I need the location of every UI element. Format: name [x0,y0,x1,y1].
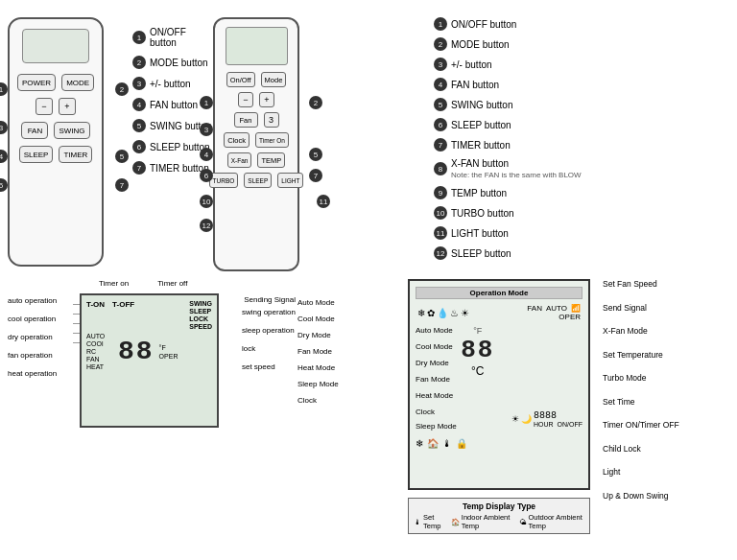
label-1-indicator: 1 [0,82,8,96]
thermometer-icon: 🌡 [442,438,452,449]
alarm-icon: 🌙 [521,414,532,424]
fan-mode: FAN [86,356,115,362]
cool-mode-label: Cool Mode [416,342,453,351]
remote2-timeron-button[interactable]: Timer On [255,132,289,148]
house-icon: 🏠 [427,438,439,449]
remote2-turbo-button[interactable]: TURBO [209,173,239,188]
circle-6: 6 [0,178,8,192]
indoor-temp-label: 🏠 Indoor Ambient Temp [451,513,513,530]
remote1-timer-button[interactable]: TIMER [59,146,92,163]
dry-op-label: dry operation [8,333,57,341]
r2-label-2-text: MODE button [451,39,510,50]
clock-icons: ☀ 🌙 8888 HOUR ON/OFF [511,408,582,431]
r2-label-9-text: TEMP button [451,188,507,198]
remote1-minus-button[interactable]: − [36,98,53,115]
bottom-left: Timer on Timer off Sending Signal T-ON T… [8,271,297,552]
remote1-row-fan-swing: FAN SWING [21,122,89,139]
r2-circle-7-ind: 7 [309,169,322,182]
main-container: 1 3 4 6 2 5 [0,0,737,560]
ton-toff-row: T-ON T-OFF SWING SLEEP LOCK SPEED [86,300,212,330]
left-op-labels: auto operation cool operation dry operat… [8,296,57,378]
r2-label-8: 8 X-FAN button Note: the FAN is the same… [434,158,729,179]
auto-mode-label: Auto Mode [416,326,453,335]
remote1-power-button[interactable]: POWER [17,74,56,91]
remote1-circle-1: 1 [132,31,146,44]
remote2-fan-button[interactable]: Fan [234,112,258,128]
line-dry [73,323,80,324]
remote1-swing-button[interactable]: SWING [54,122,89,139]
op-lcd-box: Operation Mode ❄ ✿ 💧 ♨ ☀ FAN [408,279,590,490]
remote1-label-2: 2 MODE button [132,56,213,69]
indoor-text: Indoor Ambient Temp [462,513,513,530]
remote1-label-2-text: MODE button [150,58,208,68]
r2-label-11-text: LIGHT button [451,228,509,239]
remote1-plus-button[interactable]: + [59,98,76,115]
sun-icon: ☀ [461,308,469,318]
remote1-row-power-mode: POWER MODE [17,74,94,91]
label-7-indicator: 7 [115,178,129,192]
fan-auto-row: FAN AUTO 📶 [527,304,581,313]
line-heat [73,342,80,343]
remote1-circle-2: 2 [132,56,146,69]
remote1-fan-button[interactable]: FAN [21,122,48,139]
op-label-4: Turbo Mode [603,373,679,383]
op-auto-mode: Auto Mode [297,298,339,307]
r2-label-2: 2 MODE button [434,37,729,51]
outdoor-text: Outdoor Ambient Temp [529,513,584,530]
remote2-light-button[interactable]: LIGHT [277,173,303,188]
label-6-indicator: 6 [0,178,8,192]
remote2-row-turbo-sleep-light: TURBO SLEEP LIGHT [209,173,304,188]
ton-text: T-ON [86,300,105,330]
remote1-circle-3: 3 [132,77,146,90]
circle-3: 3 [0,121,8,134]
set-temp-text: Set Temp [423,513,445,530]
remote2-clock-button[interactable]: Clock [224,132,250,148]
remote2-sleep-button[interactable]: SLEEP [244,173,272,188]
dry-mode: RC [86,348,115,355]
remote2-minus-button[interactable]: − [238,92,253,107]
right-op-labels: swing operation sleep operation lock set… [242,308,296,371]
remote1-mode-button[interactable]: MODE [61,74,94,91]
snowflake-icon2: ❄ [416,438,423,449]
remote2-xfan-button[interactable]: X-Fan [227,152,252,168]
toff-text: T-OFF [112,300,134,330]
circle-2: 2 [115,82,129,96]
house-icon2: 🏠 [451,518,460,526]
remote2-temp-button[interactable]: TEMP [257,152,285,168]
label-2-indicator: 2 [115,82,129,96]
bottom-right: Operation Mode ❄ ✿ 💧 ♨ ☀ FAN [297,271,729,552]
remote2-row-pm: − + [238,92,274,107]
r2-circle-3-ind: 3 [200,123,213,136]
set-temp-label: 🌡 Set Temp [414,513,445,530]
fan-op-label: fan operation [8,351,57,360]
r2-label-7: 7 TIMER button [434,138,729,152]
remote2-num3-button[interactable]: 3 [264,112,279,128]
op-digits-unit-row: °F [473,326,482,336]
r2-label-1: 1 ON/OFF button [434,17,729,31]
r2-label-5-text: SWING button [451,100,512,110]
set-speed-op-label: set speed [242,362,296,371]
circle-7: 7 [115,178,129,192]
remote2-mode-button[interactable]: Mode [261,72,287,87]
op-label-3: Set Temperature [603,350,679,360]
lcd-digits: 88 [118,337,155,366]
oper-text: OPER [159,353,178,360]
line-auto [73,304,80,305]
mode-icons-row: ❄ ✿ 💧 ♨ ☀ [417,308,469,318]
remote2-onoff-button[interactable]: On/Off [226,72,255,87]
remote2-row-clock-timer: Clock Timer On [224,132,289,148]
remote1-sleep-button[interactable]: SLEEP [19,146,54,163]
r2-label-10-text: TURBO button [451,208,514,219]
remote2-plus-button[interactable]: + [259,92,274,107]
r2-label-6-text: SLEEP button [451,120,511,130]
remote1-label-1: 1 ON/OFF button [132,27,213,48]
op-cool-mode: Cool Mode [297,315,339,323]
op-sleep-mode: Sleep Mode [297,380,339,388]
r2-label-11: 11 LIGHT button [434,226,729,240]
label-4-indicator: 4 [0,150,8,163]
r2-label-7-text: TIMER button [451,140,511,151]
hour-digits: 8888 [534,410,582,421]
r2-circle-10-ind: 10 [200,195,213,208]
remote1-label-4-text: FAN button [150,100,198,110]
sleep-op-label: sleep operation [242,326,296,335]
